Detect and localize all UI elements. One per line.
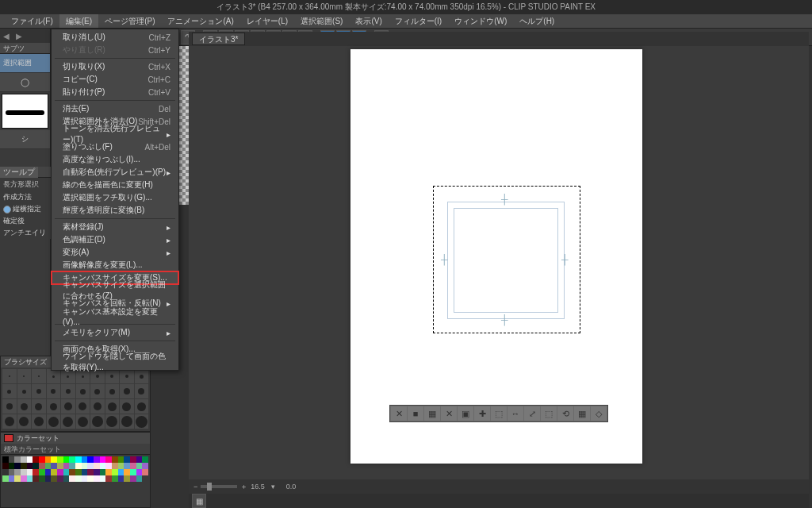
swatch[interactable] [87,469,94,475]
swatch[interactable] [105,463,112,469]
swatch[interactable] [51,463,57,469]
menuitem-ウインドウを隠して画面の[interactable]: ウインドウを隠して画面の色を取得(Y)... [52,356,178,368]
menuitem-選択範囲をフチ取り[interactable]: 選択範囲をフチ取り(G)... [52,191,178,204]
swatch[interactable] [136,469,143,475]
swatch[interactable] [82,475,88,482]
brush-size-cell[interactable] [17,399,32,414]
swatch[interactable] [2,456,9,463]
float-tool[interactable]: ✚ [474,406,490,421]
swatch[interactable] [51,456,57,463]
menuitem-キャンバスサイズを選択範[interactable]: キャンバスサイズを選択範囲に合わせる(Z) [52,284,178,297]
menuitem-トーンを消去[interactable]: トーンを消去(先行プレビュー)(T)▸ [52,128,178,140]
swatch[interactable] [2,469,9,475]
float-tool[interactable]: ✕ [441,406,457,421]
menu-ヘルプ[interactable]: ヘルプ(H) [513,14,561,28]
swatch[interactable] [9,463,15,469]
float-tool[interactable]: ⬚ [491,406,507,421]
menu-ページ管理[interactable]: ページ管理(P) [98,14,161,28]
menuitem-素材登録[interactable]: 素材登録(J)▸ [52,221,178,233]
swatch[interactable] [82,469,88,475]
menu-表示[interactable]: 表示(V) [349,14,388,28]
swatch[interactable] [14,469,21,475]
swatch[interactable] [118,456,124,463]
menuitem-コピー[interactable]: コピー(C)Ctrl+C [52,73,178,86]
swatch[interactable] [136,456,143,463]
swatch[interactable] [142,463,148,469]
swatch[interactable] [27,469,33,475]
menuitem-消去[interactable]: 消去(E)Del [52,102,178,115]
float-tool[interactable]: ◇ [591,406,607,421]
swatch[interactable] [87,463,94,469]
swatch[interactable] [118,463,124,469]
brush-size-cell[interactable] [135,414,149,429]
swatch[interactable] [112,456,118,463]
swatch[interactable] [51,469,57,475]
brush-size-cell[interactable] [135,384,149,398]
swatch[interactable] [21,469,27,475]
color-swatches[interactable] [1,455,150,483]
swatch[interactable] [87,475,94,482]
brush-size-cell[interactable] [105,414,120,429]
tool-prop-tab[interactable]: ツールプ [0,167,38,178]
canvas-paper[interactable]: ┼ ┼ ┼ ┼ [350,49,642,464]
swatch[interactable] [14,456,21,463]
swatch[interactable] [100,463,106,469]
brush-size-cell[interactable] [105,384,120,398]
swatch[interactable] [9,475,15,482]
float-tool[interactable]: ⬚ [541,406,557,421]
brush-size-cell[interactable] [76,384,90,398]
tool-selection-rect[interactable]: 選択範囲 [0,54,50,73]
swatch[interactable] [57,463,63,469]
brush-size-cell[interactable] [17,414,32,429]
float-tool[interactable]: ■ [408,406,423,421]
menuitem-メモリをクリア[interactable]: メモリをクリア(M)▸ [52,326,178,339]
swatch[interactable] [69,475,75,482]
brush-size-cell[interactable] [47,384,61,398]
brush-size-cell[interactable] [120,399,134,414]
swatch[interactable] [2,475,9,482]
prop-row[interactable]: 縦横指定 [0,203,51,215]
menuitem-線の色を描画色に変更[interactable]: 線の色を描画色に変更(H) [52,179,178,191]
swatch[interactable] [57,456,63,463]
swatch[interactable] [63,469,70,475]
swatch[interactable] [94,456,100,463]
swatch[interactable] [9,456,15,463]
menu-ウィンドウ[interactable]: ウィンドウ(W) [448,14,513,28]
swatch[interactable] [69,463,75,469]
zoom-slider[interactable] [201,485,237,488]
swatch[interactable] [33,469,39,475]
swatch[interactable] [94,469,100,475]
swatch[interactable] [87,456,94,463]
color-set-tab[interactable]: カラーセット [1,433,150,444]
swatch[interactable] [63,456,70,463]
menu-レイヤー[interactable]: レイヤー(L) [240,14,294,28]
swatch[interactable] [105,475,112,482]
brush-size-cell[interactable] [135,399,149,414]
menuitem-切り取り[interactable]: 切り取り(X)Ctrl+X [52,60,178,73]
tool-lasso[interactable]: ◯ [0,73,50,92]
swatch[interactable] [94,463,100,469]
brush-size-cell[interactable] [2,399,17,414]
swatch[interactable] [75,475,82,482]
brush-size-cell[interactable] [47,414,61,429]
brush-size-cell[interactable] [105,399,120,414]
swatch[interactable] [118,469,124,475]
brush-size-cell[interactable] [32,384,46,398]
swatch[interactable] [9,469,15,475]
rotation-control[interactable]: 0.0 [286,483,297,491]
brush-size-cell[interactable] [17,384,32,398]
swatch[interactable] [105,469,112,475]
float-tool[interactable]: ↔ [508,406,523,421]
zoom-control[interactable]: − ＋ 16.5 [193,482,265,492]
menu-ファイル[interactable]: ファイル(F) [5,14,59,28]
swatch[interactable] [130,456,136,463]
swatch[interactable] [130,469,136,475]
brush-size-cell[interactable] [2,369,17,383]
brush-size-cell[interactable] [120,414,134,429]
swatch[interactable] [142,456,148,463]
swatch[interactable] [124,463,130,469]
swatch[interactable] [14,463,21,469]
brush-size-cell[interactable] [32,414,46,429]
prop-row[interactable]: 作成方法 [0,191,51,203]
tool-slot-extra[interactable]: シ [0,130,50,149]
